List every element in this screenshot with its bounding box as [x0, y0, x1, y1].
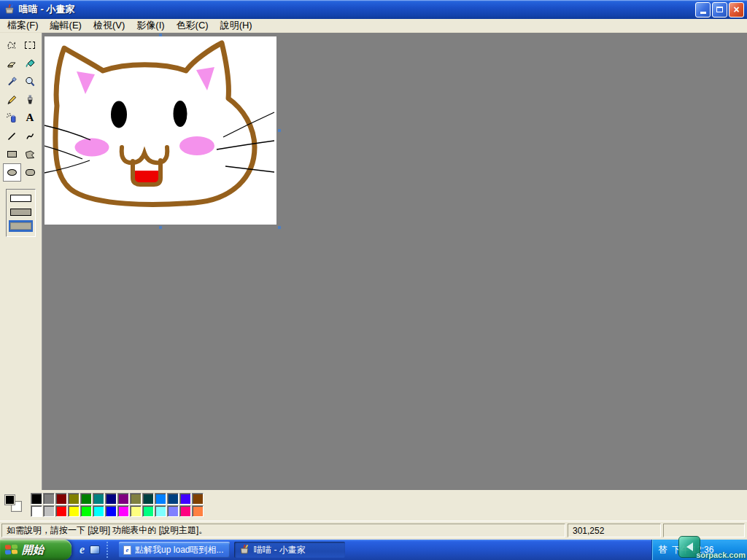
tool-text[interactable]: A — [21, 109, 39, 127]
cat-drawing — [44, 36, 276, 225]
brush-icon — [24, 94, 36, 106]
color-swatch[interactable] — [155, 505, 166, 517]
eraser-icon — [6, 58, 18, 69]
workspace — [42, 33, 747, 490]
menu-item-image[interactable]: 影像(I) — [131, 18, 170, 33]
tool-rounded-rectangle[interactable] — [21, 163, 39, 182]
canvas-resize-handle-right[interactable] — [278, 129, 281, 132]
color-swatch[interactable] — [192, 505, 204, 517]
color-swatch[interactable] — [68, 505, 80, 517]
tool-brush[interactable] — [21, 90, 39, 109]
color-swatch[interactable] — [80, 493, 92, 505]
foreground-color-box — [4, 494, 15, 505]
outlook-express-icon[interactable] — [90, 545, 100, 554]
color-swatch[interactable] — [130, 493, 142, 505]
menu-item-view[interactable]: 檢視(V) — [88, 18, 131, 33]
main-area: A — [0, 33, 747, 490]
watermark: sorpack.com — [678, 536, 746, 560]
color-swatch[interactable] — [117, 493, 129, 505]
fill-bucket-icon — [24, 58, 36, 69]
start-button[interactable]: 開始 — [0, 540, 71, 560]
color-swatch[interactable] — [80, 505, 92, 517]
task-button-browser[interactable]: e 點解我up load唔到相... — [119, 542, 230, 558]
tool-free-form-select[interactable] — [3, 36, 21, 54]
tool-pick-color[interactable] — [3, 72, 21, 90]
color-swatch[interactable] — [55, 493, 67, 505]
minimize-icon — [700, 12, 706, 14]
watermark-arrow-icon — [686, 542, 693, 551]
color-swatch[interactable] — [93, 505, 104, 517]
color-swatch[interactable] — [43, 493, 55, 505]
magnifier-icon — [24, 76, 36, 88]
minimize-button[interactable] — [695, 2, 711, 18]
color-swatch[interactable] — [43, 505, 55, 517]
tool-line[interactable] — [3, 127, 21, 145]
ime-indicator[interactable]: 替 — [658, 543, 667, 556]
color-swatch[interactable] — [192, 493, 204, 505]
ellipse-icon — [7, 169, 17, 176]
tool-polygon[interactable] — [21, 145, 39, 163]
system-tray: 替 下午 12:36 sorpack.com — [651, 540, 747, 560]
fill-style-outline-filled[interactable] — [9, 206, 33, 218]
close-button[interactable]: × — [729, 2, 744, 18]
rectangle-icon — [7, 151, 17, 158]
menu-item-colors[interactable]: 色彩(C) — [171, 18, 214, 33]
window-title: 喵喵 - 小畫家 — [19, 3, 695, 16]
tool-fill-with-color[interactable] — [21, 54, 39, 72]
color-swatch[interactable] — [179, 505, 191, 517]
cat-right-eye — [174, 101, 187, 127]
color-swatch[interactable] — [167, 493, 179, 505]
canvas-resize-handle-top[interactable] — [159, 34, 162, 36]
start-label: 開始 — [22, 543, 44, 557]
cat-left-eye — [111, 101, 127, 128]
color-swatch[interactable] — [179, 493, 191, 505]
canvas-resize-handle-corner[interactable] — [278, 226, 281, 229]
tool-magnifier[interactable] — [21, 72, 39, 90]
canvas[interactable] — [44, 36, 276, 225]
internet-explorer-icon[interactable]: e — [80, 544, 85, 556]
tool-select[interactable] — [21, 36, 39, 54]
tool-pencil[interactable] — [3, 90, 21, 109]
color-bar — [0, 490, 747, 521]
color-swatch[interactable] — [68, 493, 80, 505]
task-button-paint[interactable]: 喵喵 - 小畫家 — [234, 542, 345, 558]
menu-item-file[interactable]: 檔案(F) — [1, 18, 44, 33]
fill-style-outline-filled-icon — [10, 209, 31, 216]
color-swatch[interactable] — [105, 493, 117, 505]
color-swatch[interactable] — [142, 505, 154, 517]
tool-curve[interactable] — [21, 127, 39, 145]
color-swatch[interactable] — [130, 505, 142, 517]
canvas-resize-handle-bottom[interactable] — [159, 226, 162, 229]
color-swatch[interactable] — [142, 493, 154, 505]
tool-options-box — [6, 189, 36, 237]
task-button-label: 點解我up load唔到相... — [135, 544, 223, 556]
eyedropper-icon — [6, 76, 18, 88]
color-swatch[interactable] — [55, 505, 67, 517]
tool-ellipse[interactable] — [3, 163, 21, 182]
color-swatch[interactable] — [93, 493, 104, 505]
color-swatch[interactable] — [117, 505, 129, 517]
color-indicator — [3, 493, 26, 516]
pencil-icon — [6, 94, 18, 106]
fill-style-outline[interactable] — [9, 192, 33, 204]
cat-left-cheek — [75, 139, 109, 157]
menu-item-help[interactable]: 說明(H) — [214, 18, 258, 33]
menu-item-edit[interactable]: 編輯(E) — [44, 18, 88, 33]
fill-style-filled-icon — [10, 222, 31, 230]
paint-window: 喵喵 - 小畫家 × 檔案(F) 編輯(E) 檢視(V) 影像(I) 色彩(C)… — [0, 0, 747, 560]
tool-eraser[interactable] — [3, 54, 21, 72]
title-bar: 喵喵 - 小畫家 × — [0, 0, 747, 19]
color-swatch[interactable] — [155, 493, 166, 505]
restore-button[interactable] — [712, 2, 727, 18]
color-swatch[interactable] — [31, 505, 42, 517]
paint-task-icon — [239, 544, 250, 556]
color-swatch[interactable] — [105, 505, 117, 517]
windows-flag-icon — [5, 544, 18, 556]
color-swatch[interactable] — [167, 505, 179, 517]
color-swatch[interactable] — [31, 493, 42, 505]
fill-style-filled[interactable] — [9, 220, 33, 232]
tool-airbrush[interactable] — [3, 109, 21, 127]
tool-rectangle[interactable] — [3, 145, 21, 163]
status-bar: 如需說明，請按一下 [說明] 功能表中的 [說明主題]。 301,252 — [0, 521, 747, 540]
cat-tongue — [135, 171, 159, 183]
